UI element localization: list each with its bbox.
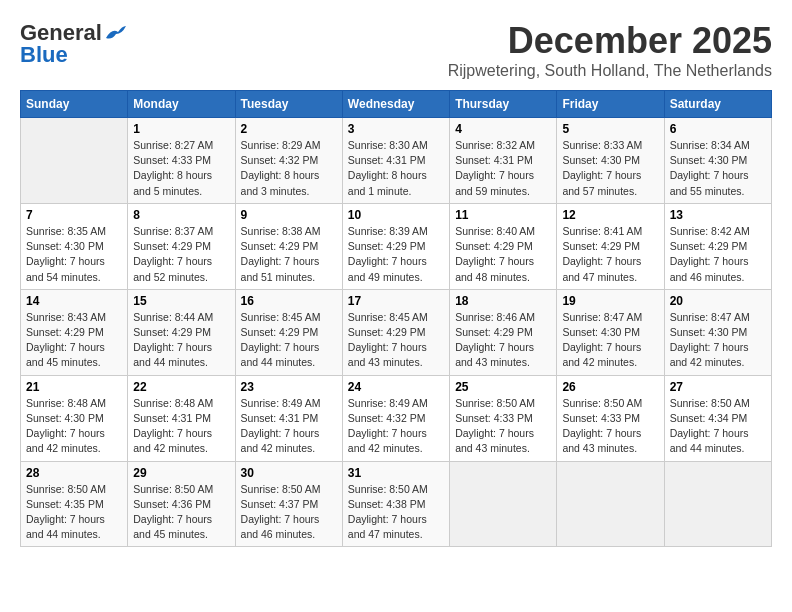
day-info: Sunrise: 8:50 AMSunset: 4:38 PMDaylight:… (348, 482, 444, 543)
day-number: 10 (348, 208, 444, 222)
day-number: 6 (670, 122, 766, 136)
calendar-cell: 20Sunrise: 8:47 AMSunset: 4:30 PMDayligh… (664, 289, 771, 375)
day-number: 8 (133, 208, 229, 222)
day-info: Sunrise: 8:50 AMSunset: 4:35 PMDaylight:… (26, 482, 122, 543)
day-info: Sunrise: 8:49 AMSunset: 4:32 PMDaylight:… (348, 396, 444, 457)
day-info: Sunrise: 8:45 AMSunset: 4:29 PMDaylight:… (241, 310, 337, 371)
day-info: Sunrise: 8:34 AMSunset: 4:30 PMDaylight:… (670, 138, 766, 199)
calendar-cell: 6Sunrise: 8:34 AMSunset: 4:30 PMDaylight… (664, 118, 771, 204)
col-monday: Monday (128, 91, 235, 118)
col-tuesday: Tuesday (235, 91, 342, 118)
calendar-week-row: 28Sunrise: 8:50 AMSunset: 4:35 PMDayligh… (21, 461, 772, 547)
calendar-cell: 21Sunrise: 8:48 AMSunset: 4:30 PMDayligh… (21, 375, 128, 461)
calendar-cell: 17Sunrise: 8:45 AMSunset: 4:29 PMDayligh… (342, 289, 449, 375)
day-info: Sunrise: 8:45 AMSunset: 4:29 PMDaylight:… (348, 310, 444, 371)
logo-bird-icon (104, 24, 126, 42)
day-number: 18 (455, 294, 551, 308)
calendar-week-row: 21Sunrise: 8:48 AMSunset: 4:30 PMDayligh… (21, 375, 772, 461)
calendar-cell: 1Sunrise: 8:27 AMSunset: 4:33 PMDaylight… (128, 118, 235, 204)
day-info: Sunrise: 8:38 AMSunset: 4:29 PMDaylight:… (241, 224, 337, 285)
col-friday: Friday (557, 91, 664, 118)
day-info: Sunrise: 8:33 AMSunset: 4:30 PMDaylight:… (562, 138, 658, 199)
day-number: 3 (348, 122, 444, 136)
day-number: 4 (455, 122, 551, 136)
day-info: Sunrise: 8:50 AMSunset: 4:37 PMDaylight:… (241, 482, 337, 543)
day-number: 15 (133, 294, 229, 308)
calendar-cell: 22Sunrise: 8:48 AMSunset: 4:31 PMDayligh… (128, 375, 235, 461)
calendar-cell: 14Sunrise: 8:43 AMSunset: 4:29 PMDayligh… (21, 289, 128, 375)
day-number: 14 (26, 294, 122, 308)
day-number: 29 (133, 466, 229, 480)
day-info: Sunrise: 8:50 AMSunset: 4:34 PMDaylight:… (670, 396, 766, 457)
day-number: 20 (670, 294, 766, 308)
calendar-cell: 19Sunrise: 8:47 AMSunset: 4:30 PMDayligh… (557, 289, 664, 375)
calendar-cell: 25Sunrise: 8:50 AMSunset: 4:33 PMDayligh… (450, 375, 557, 461)
day-info: Sunrise: 8:46 AMSunset: 4:29 PMDaylight:… (455, 310, 551, 371)
day-number: 19 (562, 294, 658, 308)
day-number: 12 (562, 208, 658, 222)
day-number: 1 (133, 122, 229, 136)
day-info: Sunrise: 8:50 AMSunset: 4:33 PMDaylight:… (455, 396, 551, 457)
day-info: Sunrise: 8:50 AMSunset: 4:36 PMDaylight:… (133, 482, 229, 543)
calendar-cell: 7Sunrise: 8:35 AMSunset: 4:30 PMDaylight… (21, 203, 128, 289)
day-number: 2 (241, 122, 337, 136)
logo: General Blue (20, 20, 126, 68)
calendar-cell: 13Sunrise: 8:42 AMSunset: 4:29 PMDayligh… (664, 203, 771, 289)
day-info: Sunrise: 8:43 AMSunset: 4:29 PMDaylight:… (26, 310, 122, 371)
day-number: 11 (455, 208, 551, 222)
day-info: Sunrise: 8:41 AMSunset: 4:29 PMDaylight:… (562, 224, 658, 285)
page-header: General Blue December 2025 Rijpwetering,… (20, 20, 772, 80)
col-sunday: Sunday (21, 91, 128, 118)
day-info: Sunrise: 8:44 AMSunset: 4:29 PMDaylight:… (133, 310, 229, 371)
day-number: 23 (241, 380, 337, 394)
day-info: Sunrise: 8:48 AMSunset: 4:31 PMDaylight:… (133, 396, 229, 457)
calendar-cell (664, 461, 771, 547)
day-info: Sunrise: 8:47 AMSunset: 4:30 PMDaylight:… (670, 310, 766, 371)
calendar-week-row: 7Sunrise: 8:35 AMSunset: 4:30 PMDaylight… (21, 203, 772, 289)
day-number: 7 (26, 208, 122, 222)
day-info: Sunrise: 8:35 AMSunset: 4:30 PMDaylight:… (26, 224, 122, 285)
day-number: 21 (26, 380, 122, 394)
day-number: 13 (670, 208, 766, 222)
calendar-cell: 2Sunrise: 8:29 AMSunset: 4:32 PMDaylight… (235, 118, 342, 204)
calendar-cell: 8Sunrise: 8:37 AMSunset: 4:29 PMDaylight… (128, 203, 235, 289)
calendar-table: Sunday Monday Tuesday Wednesday Thursday… (20, 90, 772, 547)
page-title: December 2025 (448, 20, 772, 62)
day-info: Sunrise: 8:39 AMSunset: 4:29 PMDaylight:… (348, 224, 444, 285)
day-info: Sunrise: 8:48 AMSunset: 4:30 PMDaylight:… (26, 396, 122, 457)
calendar-cell: 12Sunrise: 8:41 AMSunset: 4:29 PMDayligh… (557, 203, 664, 289)
day-info: Sunrise: 8:47 AMSunset: 4:30 PMDaylight:… (562, 310, 658, 371)
day-number: 24 (348, 380, 444, 394)
calendar-cell (557, 461, 664, 547)
calendar-week-row: 14Sunrise: 8:43 AMSunset: 4:29 PMDayligh… (21, 289, 772, 375)
col-saturday: Saturday (664, 91, 771, 118)
calendar-cell: 24Sunrise: 8:49 AMSunset: 4:32 PMDayligh… (342, 375, 449, 461)
logo-blue-text: Blue (20, 42, 68, 68)
day-info: Sunrise: 8:50 AMSunset: 4:33 PMDaylight:… (562, 396, 658, 457)
day-info: Sunrise: 8:30 AMSunset: 4:31 PMDaylight:… (348, 138, 444, 199)
calendar-cell: 5Sunrise: 8:33 AMSunset: 4:30 PMDaylight… (557, 118, 664, 204)
day-number: 22 (133, 380, 229, 394)
day-info: Sunrise: 8:40 AMSunset: 4:29 PMDaylight:… (455, 224, 551, 285)
day-number: 27 (670, 380, 766, 394)
calendar-cell (21, 118, 128, 204)
calendar-cell: 28Sunrise: 8:50 AMSunset: 4:35 PMDayligh… (21, 461, 128, 547)
day-number: 26 (562, 380, 658, 394)
day-number: 17 (348, 294, 444, 308)
day-number: 5 (562, 122, 658, 136)
day-number: 9 (241, 208, 337, 222)
calendar-cell: 3Sunrise: 8:30 AMSunset: 4:31 PMDaylight… (342, 118, 449, 204)
calendar-header-row: Sunday Monday Tuesday Wednesday Thursday… (21, 91, 772, 118)
calendar-cell: 27Sunrise: 8:50 AMSunset: 4:34 PMDayligh… (664, 375, 771, 461)
day-info: Sunrise: 8:49 AMSunset: 4:31 PMDaylight:… (241, 396, 337, 457)
calendar-cell: 29Sunrise: 8:50 AMSunset: 4:36 PMDayligh… (128, 461, 235, 547)
col-thursday: Thursday (450, 91, 557, 118)
calendar-week-row: 1Sunrise: 8:27 AMSunset: 4:33 PMDaylight… (21, 118, 772, 204)
calendar-cell: 31Sunrise: 8:50 AMSunset: 4:38 PMDayligh… (342, 461, 449, 547)
calendar-cell: 10Sunrise: 8:39 AMSunset: 4:29 PMDayligh… (342, 203, 449, 289)
calendar-cell: 26Sunrise: 8:50 AMSunset: 4:33 PMDayligh… (557, 375, 664, 461)
day-info: Sunrise: 8:27 AMSunset: 4:33 PMDaylight:… (133, 138, 229, 199)
day-number: 28 (26, 466, 122, 480)
day-number: 25 (455, 380, 551, 394)
day-info: Sunrise: 8:32 AMSunset: 4:31 PMDaylight:… (455, 138, 551, 199)
